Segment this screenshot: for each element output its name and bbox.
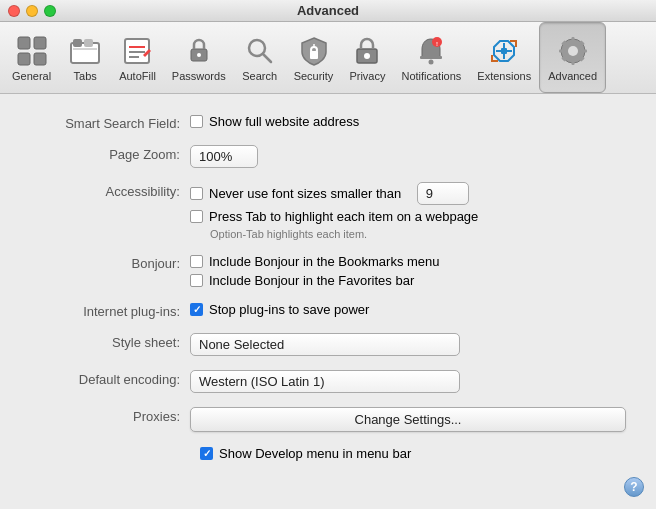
tabs-icon xyxy=(69,35,101,67)
page-zoom-label: Page Zoom: xyxy=(30,145,190,162)
toolbar-item-tabs[interactable]: Tabs xyxy=(59,22,111,93)
stop-plugins-row: Stop plug-ins to save power xyxy=(190,302,626,317)
tabs-label: Tabs xyxy=(74,70,97,82)
proxies-label: Proxies: xyxy=(30,407,190,424)
smart-search-checkbox-label: Show full website address xyxy=(209,114,359,129)
svg-rect-5 xyxy=(73,39,82,47)
fontsize-label: Never use font sizes smaller than xyxy=(209,186,401,201)
proxies-row: Proxies: Change Settings... xyxy=(30,407,626,432)
toolbar-item-search[interactable]: Search xyxy=(234,22,286,93)
smart-search-control: Show full website address xyxy=(190,114,626,129)
svg-rect-31 xyxy=(582,50,587,53)
tab-highlight-checkbox[interactable] xyxy=(190,210,203,223)
general-icon xyxy=(16,35,48,67)
smart-search-checkbox-row: Show full website address xyxy=(190,114,626,129)
tab-highlight-row: Press Tab to highlight each item on a we… xyxy=(190,209,626,224)
encoding-select[interactable]: Western (ISO Latin 1) Unicode (UTF-8) xyxy=(190,370,460,393)
bonjour-favorites-checkbox[interactable] xyxy=(190,274,203,287)
page-zoom-row: Page Zoom: 75% 85% 100% 115% 125% 150% 1… xyxy=(30,145,626,168)
help-icon: ? xyxy=(630,480,637,494)
proxies-control: Change Settings... xyxy=(190,407,626,432)
svg-rect-1 xyxy=(34,37,46,49)
stop-plugins-checkbox[interactable] xyxy=(190,303,203,316)
close-button[interactable] xyxy=(8,5,20,17)
bonjour-row: Bonjour: Include Bonjour in the Bookmark… xyxy=(30,254,626,288)
traffic-lights xyxy=(8,5,56,17)
maximize-button[interactable] xyxy=(44,5,56,17)
svg-rect-25 xyxy=(501,48,507,54)
svg-rect-0 xyxy=(18,37,30,49)
autofill-icon xyxy=(121,35,153,67)
minimize-button[interactable] xyxy=(26,5,38,17)
toolbar-item-extensions[interactable]: Extensions xyxy=(469,22,539,93)
stylesheet-row: Style sheet: None Selected xyxy=(30,333,626,356)
stylesheet-wrapper: None Selected xyxy=(190,333,626,356)
toolbar-item-notifications[interactable]: ! Notifications xyxy=(393,22,469,93)
toolbar: General Tabs AutoFill xyxy=(0,22,656,94)
fontsize-wrapper: 9 10 11 12 14 16 18 24 xyxy=(417,182,469,205)
svg-rect-2 xyxy=(18,53,30,65)
extensions-icon xyxy=(488,35,520,67)
security-icon xyxy=(298,35,330,67)
general-label: General xyxy=(12,70,51,82)
titlebar: Advanced xyxy=(0,0,656,22)
plugins-label: Internet plug-ins: xyxy=(30,302,190,319)
toolbar-item-general[interactable]: General xyxy=(4,22,59,93)
bonjour-bookmarks-checkbox[interactable] xyxy=(190,255,203,268)
extensions-label: Extensions xyxy=(477,70,531,82)
stylesheet-label: Style sheet: xyxy=(30,333,190,350)
help-button[interactable]: ? xyxy=(624,477,644,497)
bonjour-bookmarks-row: Include Bonjour in the Bookmarks menu xyxy=(190,254,626,269)
window-title: Advanced xyxy=(297,3,359,18)
svg-text:!: ! xyxy=(436,41,438,47)
search-icon xyxy=(244,35,276,67)
search-label: Search xyxy=(242,70,277,82)
passwords-label: Passwords xyxy=(172,70,226,82)
main-content: Smart Search Field: Show full website ad… xyxy=(0,94,656,509)
svg-line-15 xyxy=(263,54,271,62)
encoding-wrapper: Western (ISO Latin 1) Unicode (UTF-8) xyxy=(190,370,626,393)
notifications-icon: ! xyxy=(415,35,447,67)
bonjour-favorites-label: Include Bonjour in the Favorites bar xyxy=(209,273,414,288)
accessibility-label: Accessibility: xyxy=(30,182,190,199)
svg-rect-29 xyxy=(571,60,574,65)
notifications-label: Notifications xyxy=(401,70,461,82)
smart-search-row: Smart Search Field: Show full website ad… xyxy=(30,114,626,131)
plugins-control: Stop plug-ins to save power xyxy=(190,302,626,317)
toolbar-item-privacy[interactable]: Privacy xyxy=(341,22,393,93)
page-zoom-control: 75% 85% 100% 115% 125% 150% 175% 200% xyxy=(190,145,626,168)
svg-rect-6 xyxy=(84,39,93,47)
advanced-icon xyxy=(557,35,589,67)
bonjour-label: Bonjour: xyxy=(30,254,190,271)
stylesheet-select[interactable]: None Selected xyxy=(190,333,460,356)
bonjour-bookmarks-label: Include Bonjour in the Bookmarks menu xyxy=(209,254,440,269)
toolbar-item-autofill[interactable]: AutoFill xyxy=(111,22,164,93)
stop-plugins-label: Stop plug-ins to save power xyxy=(209,302,369,317)
plugins-row: Internet plug-ins: Stop plug-ins to save… xyxy=(30,302,626,319)
fontsize-checkbox[interactable] xyxy=(190,187,203,200)
bonjour-control: Include Bonjour in the Bookmarks menu In… xyxy=(190,254,626,288)
svg-rect-3 xyxy=(34,53,46,65)
stylesheet-control: None Selected xyxy=(190,333,626,356)
fontsize-select[interactable]: 9 10 11 12 14 16 18 24 xyxy=(417,182,469,205)
svg-rect-21 xyxy=(420,56,442,59)
svg-rect-28 xyxy=(571,37,574,42)
toolbar-item-passwords[interactable]: Passwords xyxy=(164,22,234,93)
smart-search-label: Smart Search Field: xyxy=(30,114,190,131)
encoding-row: Default encoding: Western (ISO Latin 1) … xyxy=(30,370,626,393)
privacy-label: Privacy xyxy=(349,70,385,82)
toolbar-item-advanced[interactable]: Advanced xyxy=(539,22,606,93)
svg-point-20 xyxy=(364,53,370,59)
develop-menu-checkbox[interactable] xyxy=(200,447,213,460)
autofill-label: AutoFill xyxy=(119,70,156,82)
advanced-label: Advanced xyxy=(548,70,597,82)
tab-highlight-hint: Option-Tab highlights each item. xyxy=(210,228,626,240)
encoding-label: Default encoding: xyxy=(30,370,190,387)
page-zoom-select[interactable]: 75% 85% 100% 115% 125% 150% 175% 200% xyxy=(190,145,258,168)
smart-search-checkbox[interactable] xyxy=(190,115,203,128)
svg-point-13 xyxy=(197,53,201,57)
bonjour-favorites-row: Include Bonjour in the Favorites bar xyxy=(190,273,626,288)
proxies-button[interactable]: Change Settings... xyxy=(190,407,626,432)
toolbar-item-security[interactable]: Security xyxy=(286,22,342,93)
encoding-control: Western (ISO Latin 1) Unicode (UTF-8) xyxy=(190,370,626,393)
